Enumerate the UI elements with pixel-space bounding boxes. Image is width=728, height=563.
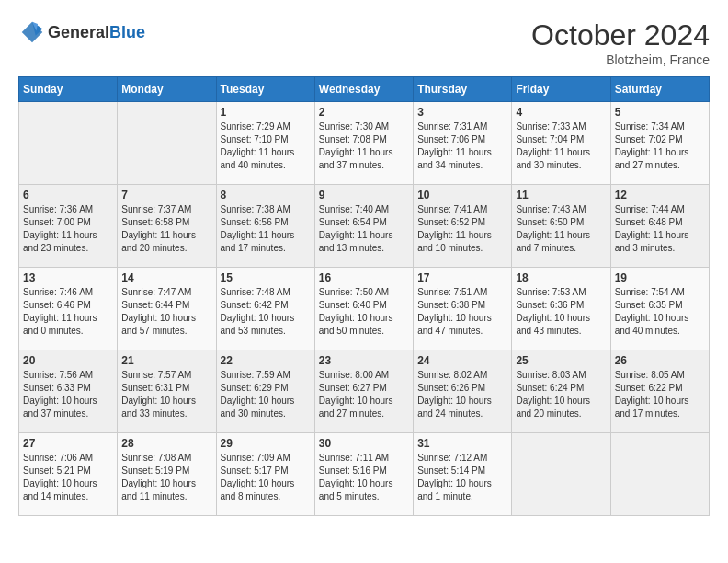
calendar-cell	[19, 102, 118, 185]
calendar-cell: 24Sunrise: 8:02 AMSunset: 6:26 PMDayligh…	[414, 350, 512, 433]
calendar-cell: 22Sunrise: 7:59 AMSunset: 6:29 PMDayligh…	[216, 350, 314, 433]
day-info: Sunrise: 8:03 AMSunset: 6:24 PMDaylight:…	[516, 369, 606, 420]
calendar-cell: 16Sunrise: 7:50 AMSunset: 6:40 PMDayligh…	[314, 268, 413, 350]
day-info: Sunrise: 7:50 AMSunset: 6:40 PMDaylight:…	[319, 286, 409, 338]
day-info: Sunrise: 7:11 AMSunset: 5:16 PMDaylight:…	[319, 452, 409, 503]
day-info: Sunrise: 7:40 AMSunset: 6:54 PMDaylight:…	[319, 203, 409, 255]
calendar-cell: 6Sunrise: 7:36 AMSunset: 7:00 PMDaylight…	[19, 185, 118, 268]
logo-icon	[18, 18, 46, 46]
calendar-cell: 28Sunrise: 7:08 AMSunset: 5:19 PMDayligh…	[118, 433, 216, 516]
day-number: 27	[23, 437, 113, 450]
day-info: Sunrise: 7:43 AMSunset: 6:50 PMDaylight:…	[516, 203, 606, 255]
day-header-sunday: Sunday	[19, 77, 118, 102]
calendar-cell: 20Sunrise: 7:56 AMSunset: 6:33 PMDayligh…	[19, 350, 118, 433]
day-number: 18	[516, 271, 606, 284]
day-number: 20	[23, 354, 113, 367]
day-number: 30	[319, 437, 409, 450]
week-row-4: 20Sunrise: 7:56 AMSunset: 6:33 PMDayligh…	[19, 350, 710, 433]
day-info: Sunrise: 7:36 AMSunset: 7:00 PMDaylight:…	[23, 203, 113, 255]
day-number: 16	[319, 271, 409, 284]
day-info: Sunrise: 7:41 AMSunset: 6:52 PMDaylight:…	[417, 203, 507, 255]
day-info: Sunrise: 7:57 AMSunset: 6:31 PMDaylight:…	[121, 369, 211, 420]
day-info: Sunrise: 7:51 AMSunset: 6:38 PMDaylight:…	[417, 286, 507, 338]
day-number: 4	[516, 106, 606, 119]
day-number: 6	[23, 189, 113, 201]
calendar-cell: 9Sunrise: 7:40 AMSunset: 6:54 PMDaylight…	[314, 185, 413, 268]
calendar-cell: 15Sunrise: 7:48 AMSunset: 6:42 PMDayligh…	[216, 268, 314, 350]
day-info: Sunrise: 7:44 AMSunset: 6:48 PMDaylight:…	[615, 203, 705, 255]
calendar-cell: 3Sunrise: 7:31 AMSunset: 7:06 PMDaylight…	[414, 102, 512, 185]
calendar-cell: 10Sunrise: 7:41 AMSunset: 6:52 PMDayligh…	[414, 185, 512, 268]
day-info: Sunrise: 7:48 AMSunset: 6:42 PMDaylight:…	[221, 286, 311, 338]
calendar-cell: 29Sunrise: 7:09 AMSunset: 5:17 PMDayligh…	[216, 433, 314, 516]
day-number: 1	[221, 106, 311, 119]
day-number: 24	[417, 354, 507, 367]
day-number: 10	[417, 189, 507, 201]
day-number: 7	[121, 189, 211, 201]
day-number: 9	[319, 189, 409, 201]
day-number: 26	[615, 354, 705, 367]
day-number: 15	[221, 271, 311, 284]
day-info: Sunrise: 7:12 AMSunset: 5:14 PMDaylight:…	[417, 452, 507, 503]
calendar-cell: 25Sunrise: 8:03 AMSunset: 6:24 PMDayligh…	[512, 350, 610, 433]
day-info: Sunrise: 8:05 AMSunset: 6:22 PMDaylight:…	[615, 369, 705, 420]
day-info: Sunrise: 8:00 AMSunset: 6:27 PMDaylight:…	[319, 369, 409, 420]
calendar-cell	[118, 102, 216, 185]
day-info: Sunrise: 7:31 AMSunset: 7:06 PMDaylight:…	[417, 121, 507, 172]
day-number: 5	[615, 106, 705, 119]
calendar-cell: 31Sunrise: 7:12 AMSunset: 5:14 PMDayligh…	[414, 433, 512, 516]
day-number: 21	[121, 354, 211, 367]
logo-general: General	[48, 23, 109, 41]
calendar-cell: 5Sunrise: 7:34 AMSunset: 7:02 PMDaylight…	[610, 102, 709, 185]
week-row-1: 1Sunrise: 7:29 AMSunset: 7:10 PMDaylight…	[19, 102, 710, 185]
calendar-cell: 27Sunrise: 7:06 AMSunset: 5:21 PMDayligh…	[19, 433, 118, 516]
day-number: 8	[221, 189, 311, 201]
calendar-cell: 1Sunrise: 7:29 AMSunset: 7:10 PMDaylight…	[216, 102, 314, 185]
day-info: Sunrise: 7:30 AMSunset: 7:08 PMDaylight:…	[319, 121, 409, 172]
calendar-cell: 17Sunrise: 7:51 AMSunset: 6:38 PMDayligh…	[414, 268, 512, 350]
week-row-3: 13Sunrise: 7:46 AMSunset: 6:46 PMDayligh…	[19, 268, 710, 350]
calendar-cell	[610, 433, 709, 516]
calendar-cell: 18Sunrise: 7:53 AMSunset: 6:36 PMDayligh…	[512, 268, 610, 350]
day-info: Sunrise: 7:06 AMSunset: 5:21 PMDaylight:…	[23, 452, 113, 503]
calendar-cell: 8Sunrise: 7:38 AMSunset: 6:56 PMDaylight…	[216, 185, 314, 268]
day-info: Sunrise: 7:37 AMSunset: 6:58 PMDaylight:…	[121, 203, 211, 255]
day-info: Sunrise: 7:56 AMSunset: 6:33 PMDaylight:…	[23, 369, 113, 420]
day-info: Sunrise: 7:33 AMSunset: 7:04 PMDaylight:…	[516, 121, 606, 172]
calendar-cell: 7Sunrise: 7:37 AMSunset: 6:58 PMDaylight…	[118, 185, 216, 268]
day-number: 31	[417, 437, 507, 450]
logo: GeneralBlue	[18, 18, 145, 46]
day-info: Sunrise: 8:02 AMSunset: 6:26 PMDaylight:…	[417, 369, 507, 420]
calendar-cell: 11Sunrise: 7:43 AMSunset: 6:50 PMDayligh…	[512, 185, 610, 268]
day-number: 22	[221, 354, 311, 367]
day-number: 29	[221, 437, 311, 450]
day-header-saturday: Saturday	[610, 77, 709, 102]
day-number: 19	[615, 271, 705, 284]
day-number: 13	[23, 271, 113, 284]
day-info: Sunrise: 7:47 AMSunset: 6:44 PMDaylight:…	[121, 286, 211, 338]
day-number: 3	[417, 106, 507, 119]
week-row-2: 6Sunrise: 7:36 AMSunset: 7:00 PMDaylight…	[19, 185, 710, 268]
calendar-cell: 23Sunrise: 8:00 AMSunset: 6:27 PMDayligh…	[314, 350, 413, 433]
day-info: Sunrise: 7:46 AMSunset: 6:46 PMDaylight:…	[23, 286, 113, 338]
calendar-cell: 12Sunrise: 7:44 AMSunset: 6:48 PMDayligh…	[610, 185, 709, 268]
calendar-cell: 26Sunrise: 8:05 AMSunset: 6:22 PMDayligh…	[610, 350, 709, 433]
logo-blue: Blue	[109, 23, 145, 41]
calendar-cell: 19Sunrise: 7:54 AMSunset: 6:35 PMDayligh…	[610, 268, 709, 350]
calendar-cell: 13Sunrise: 7:46 AMSunset: 6:46 PMDayligh…	[19, 268, 118, 350]
day-info: Sunrise: 7:29 AMSunset: 7:10 PMDaylight:…	[221, 121, 311, 172]
calendar-cell: 30Sunrise: 7:11 AMSunset: 5:16 PMDayligh…	[314, 433, 413, 516]
month-title: October 2024	[531, 18, 710, 52]
day-info: Sunrise: 7:59 AMSunset: 6:29 PMDaylight:…	[221, 369, 311, 420]
calendar-cell: 4Sunrise: 7:33 AMSunset: 7:04 PMDaylight…	[512, 102, 610, 185]
day-info: Sunrise: 7:09 AMSunset: 5:17 PMDaylight:…	[221, 452, 311, 503]
logo-text: GeneralBlue	[48, 23, 145, 42]
day-number: 2	[319, 106, 409, 119]
day-header-wednesday: Wednesday	[314, 77, 413, 102]
day-number: 14	[121, 271, 211, 284]
calendar-cell: 21Sunrise: 7:57 AMSunset: 6:31 PMDayligh…	[118, 350, 216, 433]
header-row: SundayMondayTuesdayWednesdayThursdayFrid…	[19, 77, 710, 102]
calendar-cell: 2Sunrise: 7:30 AMSunset: 7:08 PMDaylight…	[314, 102, 413, 185]
page-header: GeneralBlue October 2024 Blotzheim, Fran…	[18, 18, 710, 67]
calendar-cell	[512, 433, 610, 516]
